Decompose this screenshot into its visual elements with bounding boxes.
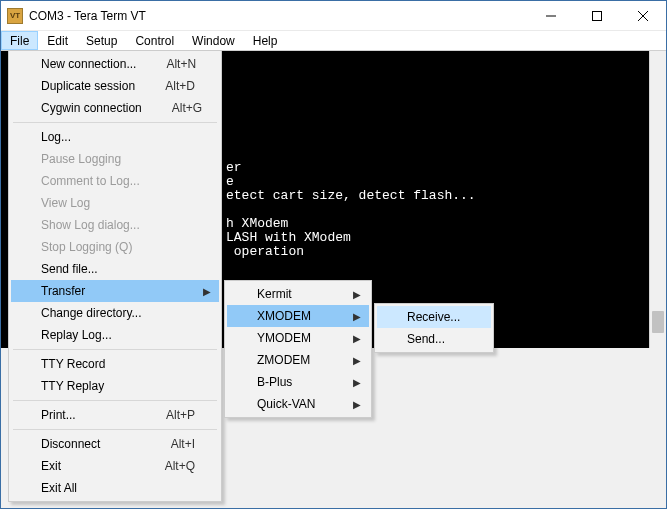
menu-item-comment-to-log: Comment to Log... (11, 170, 219, 192)
menu-label: YMODEM (257, 331, 345, 345)
minimize-button[interactable] (528, 1, 574, 31)
menu-label: Transfer (41, 284, 195, 298)
menu-label: Print... (41, 408, 136, 422)
submenu-arrow-icon: ▶ (353, 333, 361, 344)
menu-item-replay-log[interactable]: Replay Log... (11, 324, 219, 346)
menu-file[interactable]: File (1, 31, 38, 50)
menu-item-pause-logging: Pause Logging (11, 148, 219, 170)
menu-label: XMODEM (257, 309, 345, 323)
menu-item-send-file[interactable]: Send file... (11, 258, 219, 280)
menu-accel: Alt+P (166, 408, 195, 422)
menu-label: Change directory... (41, 306, 195, 320)
menu-item-log[interactable]: Log... (11, 126, 219, 148)
menu-label: Exit (41, 459, 135, 473)
menu-label: View Log (41, 196, 195, 210)
menu-item-show-log-dialog: Show Log dialog... (11, 214, 219, 236)
menu-item-exit-all[interactable]: Exit All (11, 477, 219, 499)
menu-label: Quick-VAN (257, 397, 345, 411)
menu-label: Exit All (41, 481, 195, 495)
submenu-arrow-icon: ▶ (203, 286, 211, 297)
menu-item-receive[interactable]: Receive... (377, 306, 491, 328)
menu-item-new-connection[interactable]: New connection... Alt+N (11, 53, 219, 75)
menu-accel: Alt+G (172, 101, 202, 115)
menu-label: New connection... (41, 57, 136, 71)
menu-label: Disconnect (41, 437, 141, 451)
submenu-arrow-icon: ▶ (353, 289, 361, 300)
menu-item-stop-logging: Stop Logging (Q) (11, 236, 219, 258)
menu-label: Duplicate session (41, 79, 135, 93)
menu-separator (13, 122, 217, 123)
menu-item-exit[interactable]: Exit Alt+Q (11, 455, 219, 477)
transfer-submenu: Kermit ▶ XMODEM ▶ YMODEM ▶ ZMODEM ▶ B-Pl… (224, 280, 372, 418)
submenu-arrow-icon: ▶ (353, 311, 361, 322)
menu-item-view-log: View Log (11, 192, 219, 214)
menu-item-cygwin-connection[interactable]: Cygwin connection Alt+G (11, 97, 219, 119)
close-icon (638, 11, 648, 21)
window-title: COM3 - Tera Term VT (29, 9, 528, 23)
window-controls (528, 1, 666, 31)
maximize-icon (592, 11, 602, 21)
menu-item-disconnect[interactable]: Disconnect Alt+I (11, 433, 219, 455)
menu-item-tty-replay[interactable]: TTY Replay (11, 375, 219, 397)
menu-item-kermit[interactable]: Kermit ▶ (227, 283, 369, 305)
menu-label: Comment to Log... (41, 174, 195, 188)
menu-accel: Alt+Q (165, 459, 195, 473)
menu-label: Kermit (257, 287, 345, 301)
menu-label: Cygwin connection (41, 101, 142, 115)
menu-help[interactable]: Help (244, 31, 287, 50)
menu-label: Replay Log... (41, 328, 195, 342)
menu-item-quickvan[interactable]: Quick-VAN ▶ (227, 393, 369, 415)
menu-item-zmodem[interactable]: ZMODEM ▶ (227, 349, 369, 371)
menu-label: Receive... (407, 310, 467, 324)
menu-label: Log... (41, 130, 195, 144)
menu-item-duplicate-session[interactable]: Duplicate session Alt+D (11, 75, 219, 97)
menu-item-bplus[interactable]: B-Plus ▶ (227, 371, 369, 393)
menu-item-ymodem[interactable]: YMODEM ▶ (227, 327, 369, 349)
menubar: File Edit Setup Control Window Help (1, 31, 666, 51)
svg-rect-1 (593, 11, 602, 20)
file-menu: New connection... Alt+N Duplicate sessio… (8, 50, 222, 502)
menu-label: TTY Replay (41, 379, 195, 393)
titlebar: VT COM3 - Tera Term VT (1, 1, 666, 31)
maximize-button[interactable] (574, 1, 620, 31)
menu-separator (13, 400, 217, 401)
menu-accel: Alt+I (171, 437, 195, 451)
menu-label: B-Plus (257, 375, 345, 389)
app-icon: VT (7, 8, 23, 24)
menu-item-tty-record[interactable]: TTY Record (11, 353, 219, 375)
xmodem-submenu: Receive... Send... (374, 303, 494, 353)
menu-accel: Alt+N (166, 57, 196, 71)
menu-label: Stop Logging (Q) (41, 240, 195, 254)
menu-label: Send file... (41, 262, 195, 276)
menu-label: ZMODEM (257, 353, 345, 367)
menu-item-transfer[interactable]: Transfer ▶ (11, 280, 219, 302)
menu-label: Send... (407, 332, 467, 346)
close-button[interactable] (620, 1, 666, 31)
menu-item-xmodem[interactable]: XMODEM ▶ (227, 305, 369, 327)
submenu-arrow-icon: ▶ (353, 399, 361, 410)
menu-window[interactable]: Window (183, 31, 244, 50)
menu-separator (13, 349, 217, 350)
menu-accel: Alt+D (165, 79, 195, 93)
scrollbar-thumb[interactable] (652, 311, 664, 333)
menu-control[interactable]: Control (126, 31, 183, 50)
menu-item-print[interactable]: Print... Alt+P (11, 404, 219, 426)
menu-label: TTY Record (41, 357, 195, 371)
menu-label: Show Log dialog... (41, 218, 195, 232)
menu-separator (13, 429, 217, 430)
menu-edit[interactable]: Edit (38, 31, 77, 50)
menu-label: Pause Logging (41, 152, 195, 166)
submenu-arrow-icon: ▶ (353, 355, 361, 366)
submenu-arrow-icon: ▶ (353, 377, 361, 388)
menu-item-change-directory[interactable]: Change directory... (11, 302, 219, 324)
minimize-icon (546, 11, 556, 21)
menu-item-send[interactable]: Send... (377, 328, 491, 350)
menu-setup[interactable]: Setup (77, 31, 126, 50)
